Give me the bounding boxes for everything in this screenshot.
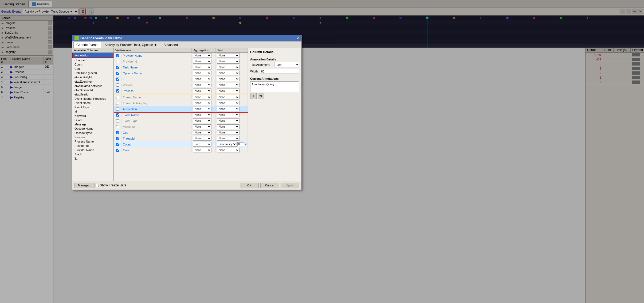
col-visible-checkbox[interactable] xyxy=(116,54,119,57)
col-sort-select[interactable]: None xyxy=(217,107,239,111)
col-sort-select[interactable]: None xyxy=(217,130,239,135)
show-freeze-checkbox[interactable] xyxy=(96,184,99,187)
col-visible-checkbox[interactable] xyxy=(116,149,119,152)
avail-item-event-header[interactable]: Event Header ProcessId xyxy=(72,97,113,101)
avail-item-keyword[interactable]: Keyword xyxy=(72,114,113,118)
col-sort-select[interactable]: None xyxy=(217,136,239,141)
col-sort-select[interactable]: None xyxy=(217,118,239,123)
col-agg-select[interactable]: None xyxy=(193,130,211,135)
col-visible-checkbox[interactable] xyxy=(116,119,119,122)
col-visible-checkbox[interactable] xyxy=(116,113,119,117)
modal-tab-activity[interactable]: Activity by Provider, Task, Opcode ▼ xyxy=(102,42,160,48)
avail-item-stack[interactable]: Stack xyxy=(72,152,113,156)
col-agg-select[interactable]: SumNone xyxy=(193,142,211,147)
avail-item-etw-activityid[interactable]: etw:ActivityId xyxy=(72,75,113,79)
ok-button[interactable]: OK xyxy=(240,183,259,188)
col-visible-checkbox[interactable] xyxy=(116,131,119,134)
remove-annotation-button[interactable]: 🗑 xyxy=(258,93,264,99)
col-sort-select[interactable]: None xyxy=(217,77,239,81)
modal-close-button[interactable]: ✕ xyxy=(296,36,299,40)
modal-tab-generic-events[interactable]: Generic Events xyxy=(73,42,101,48)
col-sort-select[interactable]: None xyxy=(217,95,239,99)
avail-item-count[interactable]: Count xyxy=(72,62,113,67)
width-input[interactable] xyxy=(260,69,299,74)
col-visible-cell xyxy=(114,77,122,81)
add-annotation-button[interactable]: + xyxy=(250,93,257,99)
col-agg-select[interactable]: None xyxy=(193,89,211,93)
avail-item-id[interactable]: Id xyxy=(72,109,113,114)
col-visible-checkbox[interactable] xyxy=(116,137,119,140)
col-agg-select[interactable]: None xyxy=(193,59,211,64)
col-visible-checkbox[interactable] xyxy=(116,66,119,69)
col-agg-select[interactable]: None xyxy=(193,83,211,87)
col-sort-select[interactable]: None xyxy=(217,83,239,87)
col-agg-select[interactable]: None xyxy=(193,65,211,70)
col-name-cell: Annotation xyxy=(122,107,192,111)
col-agg-cell: None xyxy=(192,64,216,70)
col-visible-checkbox[interactable] xyxy=(116,89,119,93)
col-agg-select[interactable]: None xyxy=(193,124,211,129)
col-visible-checkbox[interactable] xyxy=(116,125,119,128)
col-visible-checkbox[interactable] xyxy=(116,143,119,146)
col-sort-select[interactable]: None xyxy=(217,53,239,58)
avail-item-process[interactable]: Process xyxy=(72,135,113,139)
avail-item-event-name[interactable]: Event Name xyxy=(72,101,113,105)
col-visible-checkbox[interactable] xyxy=(116,102,119,105)
col-sort-select[interactable]: None xyxy=(217,71,239,75)
col-agg-cell: None xyxy=(192,106,216,112)
avail-item-t[interactable]: T... xyxy=(72,156,113,161)
col-visible-checkbox[interactable] xyxy=(116,60,119,63)
col-sort-select[interactable]: None xyxy=(217,89,239,93)
text-alignment-select[interactable]: Left Center Right xyxy=(274,62,299,67)
col-agg-select[interactable]: None xyxy=(193,118,211,123)
col-visible-cell xyxy=(114,65,122,70)
avail-item-event-type[interactable]: Event Type xyxy=(72,105,113,109)
avail-item-channel[interactable]: Channel xyxy=(72,58,113,62)
col-agg-cell: None xyxy=(192,88,216,94)
avail-item-opcode-name[interactable]: Opcode Name xyxy=(72,126,113,131)
apply-button[interactable]: Apply xyxy=(281,183,299,188)
col-agg-select[interactable]: None xyxy=(193,101,211,105)
col-sort-select[interactable]: None xyxy=(217,113,239,117)
avail-item-provider-id[interactable]: Provider Id xyxy=(72,144,113,148)
manage-button[interactable]: Manage... xyxy=(74,183,95,188)
col-visible-checkbox[interactable] xyxy=(116,78,119,81)
avail-item-annotation[interactable]: Annotation xyxy=(72,53,113,58)
avail-item-cpu[interactable]: Cpu xyxy=(72,67,113,71)
avail-item-message[interactable]: Message xyxy=(72,122,113,126)
col-sort-select[interactable]: None xyxy=(217,101,239,105)
col-agg-select[interactable]: None xyxy=(193,77,211,81)
col-sort-select[interactable]: None xyxy=(217,148,239,152)
col-agg-cell: None xyxy=(192,118,216,124)
avail-item-level[interactable]: Level xyxy=(72,118,113,122)
modal-tab-advanced[interactable]: Advanced xyxy=(160,42,180,48)
col-sort-select[interactable]: None xyxy=(217,65,239,70)
col-agg-select[interactable]: None xyxy=(193,113,211,117)
col-sort-select[interactable]: None xyxy=(217,59,239,64)
avail-item-process-name[interactable]: Process Name xyxy=(72,139,113,144)
avail-item-datetime[interactable]: DateTime (Local) xyxy=(72,71,113,75)
col-visible-checkbox[interactable] xyxy=(116,96,119,99)
col-visible-checkbox[interactable] xyxy=(116,108,119,111)
col-agg-cell: None xyxy=(192,59,216,64)
col-sort-select[interactable]: None xyxy=(217,124,239,129)
cancel-button[interactable]: Cancel xyxy=(260,183,279,188)
col-sort-num-input[interactable] xyxy=(237,142,244,146)
col-sort-select[interactable]: DescendingNone xyxy=(217,142,237,147)
col-agg-select[interactable]: None xyxy=(193,71,211,75)
avail-item-etw-related[interactable]: etw:Related ActivityId xyxy=(72,84,113,88)
col-agg-select[interactable]: None xyxy=(193,95,211,99)
col-visible-checkbox[interactable] xyxy=(116,72,119,75)
avail-item-provider-name[interactable]: Provider Name xyxy=(72,148,113,152)
col-name-cell: Task Name xyxy=(122,65,192,70)
col-agg-select[interactable]: None xyxy=(193,148,211,152)
col-agg-select[interactable]: None xyxy=(193,107,211,111)
avail-item-etw-userid[interactable]: etw:UserId xyxy=(72,92,113,97)
avail-item-opcode-type[interactable]: Opcode/Type xyxy=(72,131,113,135)
avail-item-etw-eventkey[interactable]: etw:EventKey xyxy=(72,79,113,84)
avail-item-etw-sessionid[interactable]: etw:SessionId xyxy=(72,88,113,92)
show-freeze-label: Show Freeze Bars xyxy=(96,183,126,187)
col-agg-select[interactable]: None xyxy=(193,53,211,58)
col-visible-checkbox[interactable] xyxy=(116,83,119,87)
col-agg-select[interactable]: None xyxy=(193,136,211,141)
